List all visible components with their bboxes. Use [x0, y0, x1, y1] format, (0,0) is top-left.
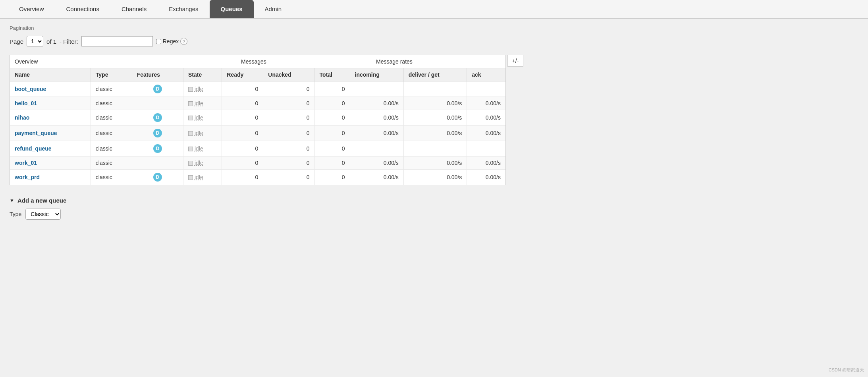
type-select[interactable]: Classic Quorum Stream	[25, 209, 61, 220]
type-row: Type Classic Quorum Stream	[10, 209, 858, 220]
state-icon	[188, 161, 193, 166]
queue-name-link[interactable]: work_prd	[15, 174, 40, 180]
col-deliver-get: deliver / get	[403, 68, 467, 81]
filter-input[interactable]	[81, 36, 153, 46]
queue-type-cell: classic	[91, 126, 132, 141]
table-row: boot_queueclassicDidle000	[10, 81, 505, 97]
queue-name-link[interactable]: boot_queue	[15, 86, 46, 92]
queue-incoming-cell: 0.00/s	[350, 110, 403, 126]
queue-ready-cell: 0	[222, 97, 263, 110]
queue-name-cell[interactable]: hello_01	[10, 97, 91, 110]
queue-deliver-cell: 0.00/s	[403, 126, 467, 141]
queue-incoming-cell	[350, 141, 403, 157]
queues-table: Name Type Features State Ready Unacked T…	[10, 68, 505, 185]
table-row: work_prdclassicDidle0000.00/s0.00/s0.00/…	[10, 170, 505, 185]
col-total: Total	[314, 68, 350, 81]
queue-name-cell[interactable]: payment_queue	[10, 126, 91, 141]
queue-name-cell[interactable]: boot_queue	[10, 81, 91, 97]
queue-name-cell[interactable]: work_01	[10, 157, 91, 170]
queue-ack-cell	[467, 81, 505, 97]
tab-overview[interactable]: Overview	[8, 0, 55, 18]
queue-unacked-cell: 0	[263, 81, 314, 97]
state-text: idle	[195, 145, 203, 152]
queue-name-link[interactable]: nihao	[15, 114, 29, 121]
regex-label-text: Regex	[163, 38, 179, 44]
queue-ack-cell: 0.00/s	[467, 110, 505, 126]
queue-name-link[interactable]: work_01	[15, 160, 37, 166]
col-features: Features	[132, 68, 183, 81]
queue-name-cell[interactable]: work_prd	[10, 170, 91, 185]
queue-features-cell	[132, 157, 183, 170]
queue-name-link[interactable]: hello_01	[15, 100, 37, 106]
queue-features-cell: D	[132, 110, 183, 126]
queue-state-cell: idle	[183, 141, 222, 157]
tab-connections[interactable]: Connections	[55, 0, 110, 18]
queue-ready-cell: 0	[222, 126, 263, 141]
queue-ready-cell: 0	[222, 157, 263, 170]
regex-checkbox[interactable]	[156, 39, 161, 44]
add-queue-toggle[interactable]: ▼ Add a new queue	[10, 197, 858, 204]
queue-unacked-cell: 0	[263, 126, 314, 141]
durable-badge: D	[153, 144, 162, 153]
col-incoming: incoming	[350, 68, 403, 81]
table-row: nihaoclassicDidle0000.00/s0.00/s0.00/s	[10, 110, 505, 126]
queue-ack-cell: 0.00/s	[467, 157, 505, 170]
state-text: idle	[195, 86, 203, 92]
queue-incoming-cell: 0.00/s	[350, 97, 403, 110]
queue-state-cell: idle	[183, 110, 222, 126]
queue-ready-cell: 0	[222, 141, 263, 157]
section-overview: Overview	[10, 55, 236, 68]
queue-ack-cell	[467, 141, 505, 157]
col-ack: ack	[467, 68, 505, 81]
state-icon	[188, 131, 193, 136]
queue-total-cell: 0	[314, 170, 350, 185]
pagination-section-title: Pagination	[10, 25, 858, 31]
state-text: idle	[195, 174, 203, 180]
col-name: Name	[10, 68, 91, 81]
col-unacked: Unacked	[263, 68, 314, 81]
durable-badge: D	[153, 129, 162, 137]
chevron-down-icon: ▼	[10, 198, 14, 203]
queue-deliver-cell: 0.00/s	[403, 110, 467, 126]
queue-name-cell[interactable]: nihao	[10, 110, 91, 126]
page-select[interactable]: 1	[27, 36, 43, 47]
queue-ack-cell: 0.00/s	[467, 170, 505, 185]
queue-name-cell[interactable]: refund_queue	[10, 141, 91, 157]
state-icon	[188, 116, 193, 120]
queue-state-cell: idle	[183, 97, 222, 110]
queue-state-cell: idle	[183, 81, 222, 97]
queue-type-cell: classic	[91, 157, 132, 170]
queue-ack-cell: 0.00/s	[467, 97, 505, 110]
tab-channels[interactable]: Channels	[110, 0, 158, 18]
queue-deliver-cell	[403, 141, 467, 157]
col-state: State	[183, 68, 222, 81]
queue-features-cell: D	[132, 126, 183, 141]
section-rates: Message rates	[371, 55, 514, 68]
queue-incoming-cell: 0.00/s	[350, 170, 403, 185]
tab-admin[interactable]: Admin	[254, 0, 293, 18]
state-icon	[188, 147, 193, 151]
queue-ready-cell: 0	[222, 170, 263, 185]
help-button[interactable]: ?	[180, 38, 187, 45]
queue-type-cell: classic	[91, 141, 132, 157]
queue-name-link[interactable]: payment_queue	[15, 130, 57, 136]
tab-exchanges[interactable]: Exchanges	[158, 0, 209, 18]
queue-state-cell: idle	[183, 157, 222, 170]
queue-type-cell: classic	[91, 110, 132, 126]
queue-incoming-cell: 0.00/s	[350, 126, 403, 141]
state-text: idle	[195, 160, 203, 166]
queue-features-cell	[132, 97, 183, 110]
table-section-headers: Overview Messages Message rates	[10, 55, 505, 68]
durable-badge: D	[153, 173, 162, 182]
queue-deliver-cell: 0.00/s	[403, 170, 467, 185]
regex-row: Regex ?	[156, 38, 187, 45]
queue-total-cell: 0	[314, 157, 350, 170]
queue-name-link[interactable]: refund_queue	[15, 145, 52, 152]
table-wrapper: Overview Messages Message rates Name Typ…	[10, 55, 858, 185]
tab-queues[interactable]: Queues	[210, 0, 254, 18]
durable-badge: D	[153, 85, 162, 93]
page-label: Page	[10, 38, 23, 45]
queues-table-container: Overview Messages Message rates Name Typ…	[10, 55, 506, 185]
queue-unacked-cell: 0	[263, 110, 314, 126]
plus-minus-button[interactable]: +/-	[507, 55, 523, 67]
